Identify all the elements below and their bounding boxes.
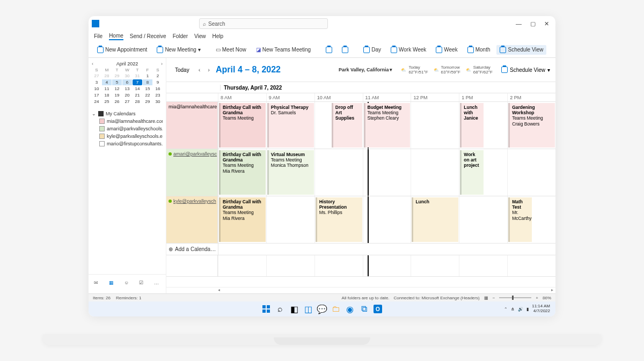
mini-cal-day[interactable]: 10: [92, 86, 101, 92]
tray-chevron-icon[interactable]: ⌃: [504, 307, 508, 312]
calendar-event[interactable]: Lunch: [412, 197, 458, 242]
calendar-item-amari[interactable]: amari@parkvalleyschools.edu: [92, 125, 163, 132]
time-cell[interactable]: Birthday Call with GrandmaTeams Meeting …: [218, 149, 266, 196]
calendar-event[interactable]: Gardening WorkshopTeams Meeting Craig Bo…: [508, 103, 555, 148]
close-button[interactable]: ✕: [544, 20, 549, 27]
battery-icon[interactable]: ▮: [526, 307, 529, 312]
calendar-item-kyle[interactable]: kyle@parkvalleyschools.edu: [92, 132, 163, 140]
mini-cal-day[interactable]: 27: [92, 73, 101, 79]
location-selector[interactable]: Park Valley, California ▾: [339, 67, 392, 72]
calendar-item-mario[interactable]: mario@firstupconsultants.com: [92, 140, 163, 148]
mini-cal-day[interactable]: 23: [153, 92, 163, 98]
mini-cal-day[interactable]: 1: [143, 73, 152, 79]
mini-cal-day[interactable]: 30: [153, 99, 163, 105]
weather-today[interactable]: ⛅Today62°F/51°F: [401, 65, 428, 75]
minimize-button[interactable]: —: [516, 20, 522, 27]
schedule-view-dropdown[interactable]: Schedule View▾: [501, 67, 550, 73]
row-label-amari[interactable]: amari@parkvalleysc: [166, 149, 218, 196]
tab-home[interactable]: Home: [109, 33, 123, 40]
mail-icon[interactable]: ✉: [94, 280, 100, 289]
mini-cal-day[interactable]: 15: [143, 86, 152, 92]
mini-cal-day[interactable]: 29: [143, 99, 152, 105]
chat-icon[interactable]: 💬: [317, 304, 327, 314]
calendar-nav-icon[interactable]: ▦: [109, 280, 115, 289]
time-cell[interactable]: [507, 149, 555, 196]
day-view-button[interactable]: Day: [360, 45, 384, 55]
today-icon-button[interactable]: [323, 45, 335, 55]
time-cell[interactable]: [363, 149, 411, 196]
outlook-taskbar-icon[interactable]: O: [373, 304, 383, 314]
tab-file[interactable]: File: [94, 33, 103, 39]
start-icon[interactable]: [261, 304, 271, 314]
mini-cal-day[interactable]: 21: [133, 92, 142, 98]
mini-cal-day[interactable]: 7: [133, 79, 142, 85]
tab-help[interactable]: Help: [213, 33, 224, 39]
add-calendar-button[interactable]: ⊕Add a Calenda…: [166, 244, 218, 255]
taskbar-clock[interactable]: 11:14 AM 4/7/2022: [532, 304, 550, 314]
calendar-event[interactable]: Work on art project: [460, 150, 483, 195]
time-cell[interactable]: [411, 102, 459, 149]
meet-now-button[interactable]: ▭Meet Now: [213, 45, 250, 54]
mini-cal-day[interactable]: 24: [92, 99, 101, 105]
workweek-view-button[interactable]: Work Week: [387, 45, 429, 55]
time-cell[interactable]: History PresentationMs. Phillips: [314, 196, 363, 243]
calendar-event[interactable]: History PresentationMs. Phillips: [316, 197, 362, 242]
tasks-icon[interactable]: ☑: [139, 280, 145, 289]
mini-cal-day[interactable]: 20: [122, 92, 132, 98]
zoom-slider[interactable]: [499, 297, 531, 298]
time-cell[interactable]: Virtual MuseumTeams Meeting Monica Thomp…: [266, 149, 314, 196]
time-cell[interactable]: [266, 196, 314, 243]
zoom-out-button[interactable]: −: [493, 296, 495, 300]
more-nav-icon[interactable]: …: [154, 280, 160, 289]
mini-cal-day[interactable]: 3: [92, 79, 101, 85]
tab-sendreceive[interactable]: Send / Receive: [130, 33, 166, 39]
weather-tomorrow[interactable]: ⛅Tomorrow63°F/59°F: [434, 65, 460, 75]
mini-cal-day[interactable]: 27: [122, 99, 132, 105]
mini-cal-day[interactable]: 6: [122, 79, 132, 85]
mini-cal-day[interactable]: 8: [143, 79, 152, 85]
mini-cal-day[interactable]: 28: [102, 73, 112, 79]
mini-cal-day[interactable]: 14: [133, 86, 142, 92]
mini-cal-day[interactable]: 13: [122, 86, 132, 92]
calendar-event[interactable]: Physical TherapyDr. Samuels: [267, 103, 314, 148]
mini-cal-day[interactable]: 11: [102, 86, 112, 92]
time-cell[interactable]: Math TestMr. McCarthy: [507, 196, 555, 243]
search-input[interactable]: ⌕ Search: [199, 18, 328, 29]
file-explorer-icon[interactable]: 🗀: [331, 304, 341, 314]
mini-cal-day[interactable]: 9: [153, 79, 163, 85]
calendar-event[interactable]: Birthday Call with GrandmaTeams Meeting: [219, 103, 266, 148]
mini-cal-day[interactable]: 12: [112, 86, 122, 92]
volume-icon[interactable]: 🔊: [518, 307, 523, 312]
horizontal-scrollbar[interactable]: ◂ ▸: [166, 287, 555, 293]
mini-cal-day[interactable]: 5: [112, 79, 122, 85]
new-teams-meeting-button[interactable]: ◪New Teams Meeting: [253, 45, 314, 54]
mini-cal-day[interactable]: 31: [133, 73, 142, 79]
schedule-body[interactable]: mia@lamnahealthcare.com Birthday Call wi…: [166, 102, 555, 287]
mini-cal-day[interactable]: 26: [112, 99, 122, 105]
scroll-right-icon[interactable]: ▸: [551, 288, 553, 292]
weather-saturday[interactable]: ⛅Saturday68°F/62°F: [466, 65, 493, 75]
store-icon[interactable]: ⧉: [359, 304, 369, 314]
taskbar-search-icon[interactable]: ⌕: [275, 304, 285, 314]
mini-cal-day[interactable]: 17: [92, 92, 101, 98]
mini-cal-day[interactable]: 4: [102, 79, 112, 85]
time-cell[interactable]: Physical TherapyDr. Samuels: [266, 102, 314, 149]
widgets-icon[interactable]: ◫: [303, 304, 313, 314]
mini-cal-day[interactable]: 25: [102, 99, 112, 105]
schedule-view-button[interactable]: Schedule View: [496, 45, 546, 55]
mini-cal-day[interactable]: 30: [122, 73, 132, 79]
time-cell[interactable]: Work on art project: [459, 149, 507, 196]
zoom-in-button[interactable]: +: [536, 296, 538, 300]
next-month-button[interactable]: ›: [161, 61, 163, 67]
today-button[interactable]: Today: [172, 66, 193, 74]
mini-cal-day[interactable]: 28: [133, 99, 142, 105]
time-cell[interactable]: Budget MeetingTeams Meeting Stephen Clea…: [363, 102, 411, 149]
tab-view[interactable]: View: [194, 33, 206, 39]
edge-icon[interactable]: ◉: [345, 304, 355, 314]
mini-cal-day[interactable]: 29: [112, 73, 122, 79]
mini-cal-day[interactable]: 16: [153, 86, 163, 92]
wifi-icon[interactable]: ⋔: [511, 307, 515, 312]
mini-cal-day[interactable]: 19: [112, 92, 122, 98]
mini-cal-month[interactable]: April 2022: [116, 61, 138, 67]
add-button[interactable]: Add▾: [555, 45, 555, 55]
